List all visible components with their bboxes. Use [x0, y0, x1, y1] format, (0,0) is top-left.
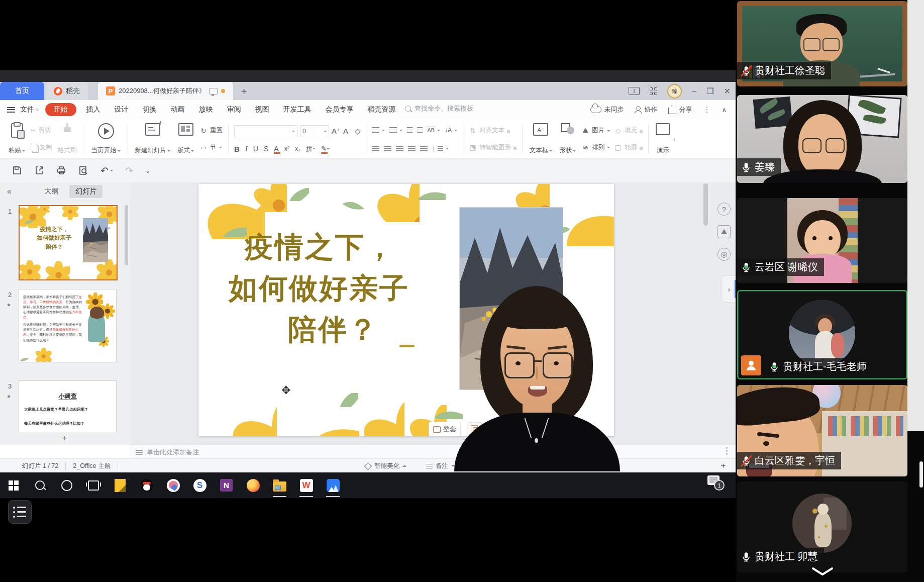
- panel-scrollbar-thumb[interactable]: [125, 205, 128, 265]
- arrange-button[interactable]: ≋排列: [581, 143, 610, 152]
- layout-button[interactable]: 版式: [174, 122, 197, 156]
- textbox-button[interactable]: A≡文本框: [526, 122, 556, 156]
- distribute-icon[interactable]: [420, 146, 428, 151]
- notes-app-button[interactable]: [107, 472, 133, 498]
- video-tile-2[interactable]: 姜臻: [737, 95, 907, 183]
- menu-insert[interactable]: 插入: [79, 105, 108, 114]
- new-tab-button[interactable]: +: [241, 83, 247, 100]
- paste-button[interactable]: 粘贴: [5, 122, 29, 156]
- notes-bar[interactable]: 单击此处添加备注: [130, 445, 736, 459]
- section-button[interactable]: ▱节: [199, 143, 223, 152]
- print-button[interactable]: [56, 165, 66, 175]
- add-slide-button[interactable]: +: [0, 432, 130, 445]
- more-menu-icon[interactable]: ⋮: [703, 105, 710, 114]
- menu-devtools[interactable]: 开发工具: [276, 105, 319, 114]
- file-caret-icon[interactable]: ∨: [36, 107, 39, 112]
- save-button[interactable]: [12, 165, 22, 175]
- video-tile-4[interactable]: 贵财社工-毛毛老师: [737, 290, 907, 379]
- ribbon-expander[interactable]: ›: [673, 136, 675, 143]
- qq-app-button[interactable]: [133, 472, 160, 498]
- menu-view[interactable]: 视图: [248, 105, 276, 114]
- align-left-icon[interactable]: [372, 146, 379, 151]
- menu-transition[interactable]: 切换: [136, 105, 164, 114]
- ruby-button[interactable]: 拼: [306, 145, 316, 153]
- italic-button[interactable]: I: [245, 145, 248, 153]
- user-avatar[interactable]: 臻: [667, 84, 682, 99]
- cut-button[interactable]: ✂剪切: [31, 126, 52, 135]
- bold-button[interactable]: B: [234, 145, 240, 153]
- slide-canvas-area[interactable]: 疫情之下， 如何做好亲子 陪伴？ 整套 ✥ ? ⛰ ◎ ›: [130, 182, 736, 445]
- reset-button[interactable]: ↻重置: [199, 126, 223, 135]
- close-button[interactable]: ✕: [724, 86, 731, 96]
- align-center-icon[interactable]: [384, 146, 391, 151]
- onenote-button[interactable]: N: [213, 472, 240, 498]
- video-tile-1[interactable]: 贵财社工徐圣聪: [737, 1, 907, 86]
- minimize-button[interactable]: –: [692, 86, 696, 95]
- justify-icon[interactable]: [408, 146, 416, 151]
- increase-indent-button[interactable]: [417, 127, 423, 133]
- theme-name[interactable]: 2_Office 主题: [73, 462, 111, 470]
- hamburger-icon[interactable]: [7, 107, 15, 113]
- superscript-button[interactable]: x²: [284, 145, 289, 152]
- restore-button[interactable]: ❐: [706, 86, 713, 96]
- menu-docer-res[interactable]: 稻壳资源: [361, 105, 403, 114]
- clear-format-icon[interactable]: ◇: [355, 127, 361, 136]
- tab-outline[interactable]: 大纲: [38, 185, 64, 198]
- file-explorer-button[interactable]: [266, 472, 293, 498]
- align-right-icon[interactable]: [396, 146, 403, 151]
- underline-button[interactable]: U: [253, 145, 258, 153]
- new-slide-button[interactable]: 新建幻灯片: [132, 122, 174, 156]
- tab-document[interactable]: P 20220908...何做好亲子陪伴》: [98, 82, 233, 100]
- font-color-button[interactable]: A: [274, 145, 278, 153]
- workspace-grid-icon[interactable]: [650, 87, 657, 95]
- tab-docer[interactable]: 稻壳: [46, 82, 88, 100]
- cortana-button[interactable]: [53, 472, 80, 498]
- strike-button[interactable]: S: [264, 145, 268, 153]
- menu-member[interactable]: 会员专享: [319, 105, 361, 114]
- firefox-button[interactable]: [240, 472, 266, 498]
- notes-drag-dots[interactable]: [726, 447, 728, 455]
- menu-start-active[interactable]: 开始: [45, 103, 76, 116]
- picture-button[interactable]: ⛰图片: [581, 126, 610, 135]
- export-button[interactable]: [34, 165, 44, 175]
- highlight-button[interactable]: ✎: [321, 145, 330, 153]
- menu-animation[interactable]: 动画: [164, 105, 192, 114]
- video-tile-6[interactable]: 贵财社工 卯慧: [737, 481, 907, 572]
- redo-button[interactable]: ↷: [125, 165, 133, 176]
- tab-home[interactable]: 首页: [0, 82, 44, 100]
- video-tile-5[interactable]: 白云区雅雯，宇恒: [737, 385, 907, 476]
- wps-app-button[interactable]: W: [293, 472, 320, 498]
- paint-app-button[interactable]: [160, 472, 186, 498]
- increase-font-button[interactable]: A⁺: [332, 127, 341, 136]
- print-preview-button[interactable]: [78, 165, 88, 175]
- collaborate-button[interactable]: 协作: [635, 105, 657, 114]
- beautify-button[interactable]: 智能美化: [365, 462, 406, 470]
- window-switch-icon[interactable]: 1: [629, 87, 640, 95]
- decrease-indent-button[interactable]: [407, 127, 413, 133]
- text-direction-button[interactable]: ↓A: [445, 127, 457, 134]
- zoom-in-button[interactable]: +: [721, 459, 726, 473]
- sync-status[interactable]: 未同步: [590, 105, 624, 114]
- to-smartart-button[interactable]: ⬔转智能图形: [469, 143, 517, 152]
- slide-thumbnail-1[interactable]: 疫情之下，如何做好亲子陪伴？: [19, 205, 118, 280]
- sidebar-scrollbar-thumb[interactable]: [919, 461, 923, 488]
- copy-button[interactable]: 复制: [31, 143, 52, 152]
- canvas-scrollbar-thumb[interactable]: [703, 183, 708, 226]
- annotation-toolbar-button[interactable]: [8, 500, 32, 524]
- presenter-webcam-overlay[interactable]: [436, 286, 632, 471]
- share-button[interactable]: 分享: [668, 105, 692, 114]
- meeting-app-button[interactable]: [320, 472, 346, 498]
- bullet-list-button[interactable]: [372, 127, 385, 133]
- menu-file[interactable]: 文件: [20, 105, 34, 114]
- present-button[interactable]: 演示: [652, 122, 673, 156]
- fill-button[interactable]: ◇填充: [614, 126, 643, 135]
- panel-collapse-icon[interactable]: «: [7, 187, 12, 196]
- format-painter-button[interactable]: 格式刷: [54, 122, 80, 156]
- outline-button[interactable]: ▢轮廓: [614, 143, 643, 152]
- locate-icon[interactable]: ◎: [717, 248, 731, 261]
- video-tile-3[interactable]: 云岩区 谢晞仪: [737, 198, 907, 283]
- numbered-list-button[interactable]: [389, 127, 402, 133]
- taskbar-search-button[interactable]: [27, 472, 53, 498]
- more-videos-chevron-icon[interactable]: [811, 567, 834, 579]
- command-search[interactable]: 查找命令、搜索模板: [405, 104, 473, 113]
